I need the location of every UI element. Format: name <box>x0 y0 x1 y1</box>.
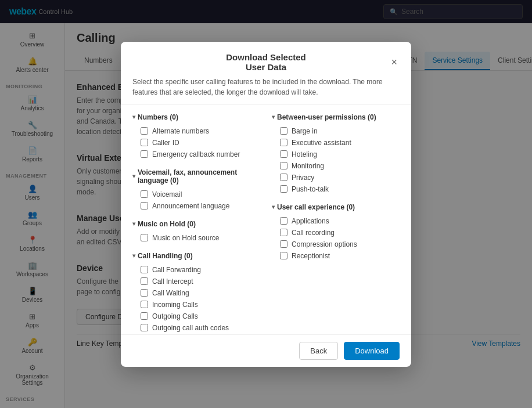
checkbox-monitoring: Monitoring <box>272 160 400 172</box>
checkbox-alternate-numbers: Alternate numbers <box>132 125 260 137</box>
checkbox-executive-assistant-input[interactable] <box>280 139 287 146</box>
checkbox-push-to-talk: Push-to-talk <box>272 183 400 195</box>
checkbox-incoming-calls-input[interactable] <box>141 301 148 308</box>
checkbox-music-on-hold-input[interactable] <box>141 234 148 241</box>
music-chevron-icon: ▾ <box>132 221 135 227</box>
call-handling-group: ▾ Call Handling (0) Call Forwarding Call… <box>132 252 260 334</box>
checkbox-receptionist: Receptionist <box>272 250 400 262</box>
checkbox-call-recording: Call recording <box>272 227 400 239</box>
modal: Download Selected User Data × Select the… <box>121 42 411 367</box>
numbers-chevron-icon: ▾ <box>132 114 135 120</box>
download-button[interactable]: Download <box>344 342 400 360</box>
checkbox-receptionist-input[interactable] <box>280 252 287 259</box>
user-call-experience-group: ▾ User call experience (0) Applications … <box>272 203 400 262</box>
checkbox-barge-in: Barge in <box>272 125 400 137</box>
checkbox-push-to-talk-input[interactable] <box>280 185 287 193</box>
checkbox-caller-id-input[interactable] <box>141 139 148 146</box>
checkbox-call-intercept: Call Intercept <box>132 276 260 287</box>
checkbox-caller-id: Caller ID <box>132 137 260 149</box>
modal-left-column: ▾ Numbers (0) Alternate numbers Caller I… <box>132 113 260 326</box>
checkbox-incoming-calls: Incoming Calls <box>132 299 260 310</box>
checkbox-emergency-callback: Emergency callback number <box>132 149 260 160</box>
call-handling-group-header: ▾ Call Handling (0) <box>132 252 260 260</box>
checkbox-outgoing-calls: Outgoing Calls <box>132 310 260 322</box>
voicemail-group: ▾ Voicemail, fax, announcement language … <box>132 168 260 212</box>
checkbox-hoteling-input[interactable] <box>280 150 287 158</box>
numbers-group: ▾ Numbers (0) Alternate numbers Caller I… <box>132 113 260 160</box>
modal-title: Download Selected User Data <box>221 52 310 72</box>
checkbox-outgoing-auth-codes: Outgoing call auth codes <box>132 322 260 334</box>
checkbox-monitoring-input[interactable] <box>280 162 287 169</box>
back-button[interactable]: Back <box>299 342 338 360</box>
checkbox-applications: Applications <box>272 215 400 227</box>
modal-body: ▾ Numbers (0) Alternate numbers Caller I… <box>121 105 411 334</box>
modal-overlay: Download Selected User Data × Select the… <box>0 0 532 408</box>
modal-subtitle: Select the specific user calling feature… <box>121 77 411 105</box>
checkbox-hoteling: Hoteling <box>272 149 400 160</box>
checkbox-compression-options-input[interactable] <box>280 240 287 248</box>
checkbox-applications-input[interactable] <box>280 217 287 225</box>
checkbox-compression-options: Compression options <box>272 239 400 250</box>
voicemail-chevron-icon: ▾ <box>132 173 135 179</box>
checkbox-executive-assistant: Executive assistant <box>272 137 400 149</box>
between-user-group-header: ▾ Between-user permissions (0) <box>272 113 400 121</box>
checkbox-call-forwarding-input[interactable] <box>141 266 148 273</box>
music-on-hold-group: ▾ Music on Hold (0) Music on Hold source <box>132 220 260 244</box>
modal-header: Download Selected User Data × <box>121 42 411 77</box>
checkbox-call-recording-input[interactable] <box>280 229 287 236</box>
checkbox-privacy: Privacy <box>272 172 400 183</box>
checkbox-announcement-language: Announcement language <box>132 200 260 212</box>
checkbox-call-forwarding: Call Forwarding <box>132 264 260 276</box>
checkbox-alternate-numbers-input[interactable] <box>141 127 148 135</box>
checkbox-outgoing-auth-codes-input[interactable] <box>141 324 148 331</box>
modal-right-column: ▾ Between-user permissions (0) Barge in … <box>272 113 400 326</box>
checkbox-emergency-callback-input[interactable] <box>141 150 148 158</box>
checkbox-announcement-language-input[interactable] <box>141 202 148 210</box>
checkbox-outgoing-calls-input[interactable] <box>141 312 148 320</box>
checkbox-music-on-hold: Music on Hold source <box>132 232 260 244</box>
checkbox-call-waiting: Call Waiting <box>132 287 260 299</box>
voicemail-group-header: ▾ Voicemail, fax, announcement language … <box>132 168 260 185</box>
modal-footer: Back Download <box>121 334 411 367</box>
numbers-group-header: ▾ Numbers (0) <box>132 113 260 121</box>
modal-close-button[interactable]: × <box>389 57 400 67</box>
between-user-chevron-icon: ▾ <box>272 114 275 120</box>
user-call-chevron-icon: ▾ <box>272 204 275 210</box>
between-user-group: ▾ Between-user permissions (0) Barge in … <box>272 113 400 195</box>
checkbox-barge-in-input[interactable] <box>280 127 287 135</box>
checkbox-voicemail: Voicemail <box>132 189 260 200</box>
checkbox-call-waiting-input[interactable] <box>141 289 148 297</box>
call-handling-chevron-icon: ▾ <box>132 252 135 259</box>
checkbox-voicemail-input[interactable] <box>141 190 148 198</box>
music-group-header: ▾ Music on Hold (0) <box>132 220 260 228</box>
checkbox-privacy-input[interactable] <box>280 174 287 181</box>
checkbox-call-intercept-input[interactable] <box>141 277 148 285</box>
user-call-experience-group-header: ▾ User call experience (0) <box>272 203 400 211</box>
